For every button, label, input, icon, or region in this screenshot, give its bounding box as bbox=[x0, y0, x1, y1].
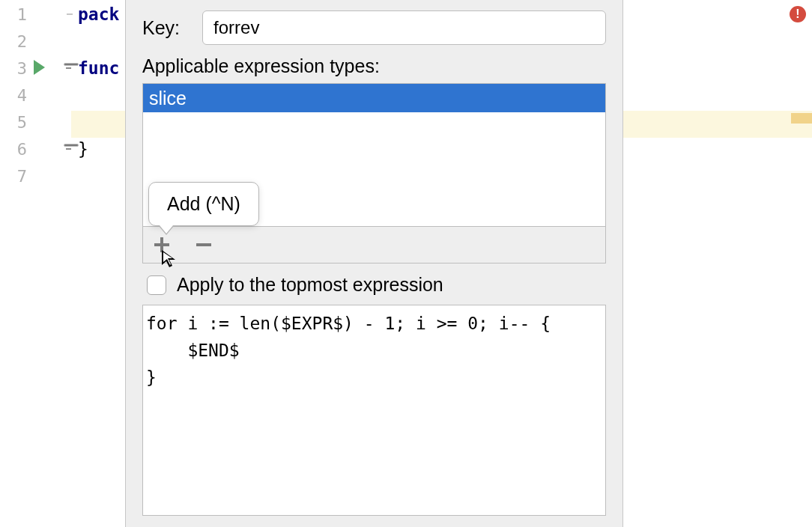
postfix-template-dialog: Key: Applicable expression types: slice … bbox=[125, 0, 623, 527]
add-type-button[interactable] bbox=[151, 234, 173, 256]
line-number[interactable]: 5 bbox=[0, 113, 27, 132]
error-indicator-icon[interactable]: ! bbox=[790, 6, 806, 22]
line-number[interactable]: 7 bbox=[0, 167, 27, 186]
key-label: Key: bbox=[142, 17, 180, 39]
line-number[interactable]: 2 bbox=[0, 32, 27, 51]
fold-collapse-icon[interactable] bbox=[64, 144, 79, 147]
plus-icon bbox=[154, 237, 169, 252]
code-text[interactable]: func bbox=[78, 58, 119, 78]
key-input[interactable] bbox=[202, 10, 606, 45]
add-tooltip: Add (^N) bbox=[148, 182, 259, 226]
type-list-item[interactable]: slice bbox=[143, 84, 605, 112]
line-number[interactable]: 3 bbox=[0, 59, 27, 78]
apply-topmost-label: Apply to the topmost expression bbox=[177, 274, 443, 296]
types-list-toolbar bbox=[142, 226, 606, 264]
editor-gutter: 1 2 3 4 5 6 7 bbox=[0, 0, 71, 527]
run-gutter-icon[interactable] bbox=[34, 60, 45, 75]
line-number[interactable]: 4 bbox=[0, 86, 27, 105]
remove-type-button[interactable] bbox=[193, 234, 215, 256]
apply-topmost-checkbox[interactable] bbox=[147, 275, 166, 295]
fold-collapse-icon[interactable] bbox=[64, 63, 79, 66]
code-text[interactable]: pack bbox=[78, 4, 119, 24]
apply-topmost-row: Apply to the topmost expression bbox=[147, 274, 606, 296]
line-number[interactable]: 6 bbox=[0, 140, 27, 159]
line-number[interactable]: 1 bbox=[0, 5, 27, 24]
warning-stripe[interactable] bbox=[791, 113, 812, 124]
code-text[interactable]: } bbox=[78, 139, 88, 159]
fold-marker bbox=[67, 13, 73, 15]
types-label: Applicable expression types: bbox=[142, 55, 606, 77]
key-row: Key: bbox=[142, 10, 606, 45]
template-text-area[interactable]: for i := len($EXPR$) - 1; i >= 0; i-- { … bbox=[142, 305, 606, 516]
minus-icon bbox=[196, 243, 211, 246]
